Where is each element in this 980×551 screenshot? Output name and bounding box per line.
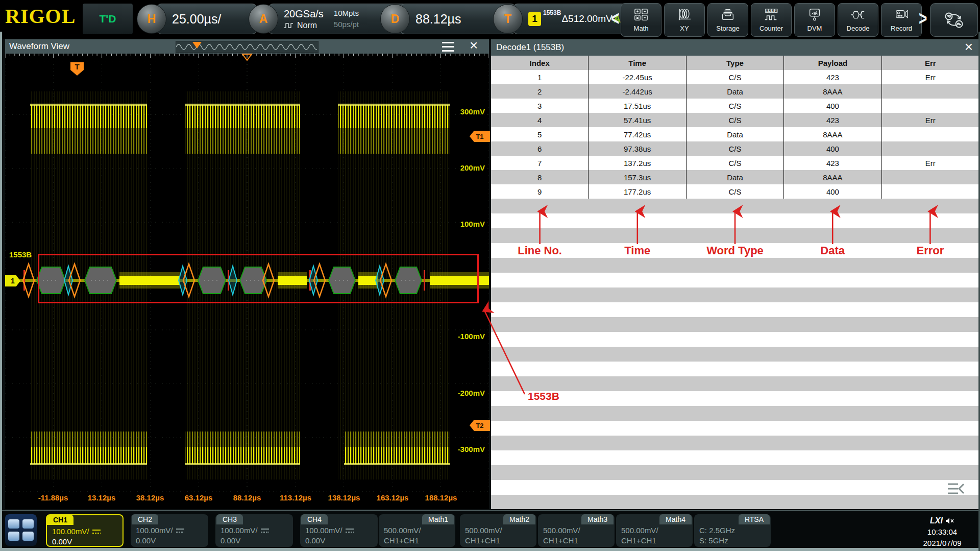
table-cell	[882, 127, 979, 141]
annotation-label-word-type: Word Type	[706, 244, 764, 257]
collapse-panel-icon[interactable]	[947, 482, 965, 498]
table-row[interactable]: 317.51usC/S400	[491, 99, 979, 113]
toolbar-button-label: Record	[891, 25, 912, 32]
toolbar-scroll-right[interactable]: >	[919, 7, 927, 30]
toolbar-button-storage[interactable]: Storage	[707, 3, 748, 37]
column-header-type: Type	[687, 56, 784, 70]
decode-icon	[850, 8, 866, 23]
horizontal-timebase-group[interactable]: H 25.00µs/	[137, 3, 257, 35]
memory-depth: 10Mpts	[334, 8, 359, 19]
table-row[interactable]: 9177.2usC/S400	[491, 184, 979, 199]
dvm-icon	[807, 8, 822, 23]
channel-block-ch4[interactable]: CH4100.00mV/0.00V	[300, 514, 378, 547]
rtsa-center-freq: C: 2.5GHz	[699, 525, 735, 536]
waveform-menu-icon[interactable]	[442, 42, 454, 52]
timebase-value-panel[interactable]: 25.00µs/	[156, 4, 257, 34]
table-cell: 77.42us	[589, 127, 686, 141]
channel-tab: CH3	[216, 514, 243, 524]
table-cell: 177.2us	[589, 184, 686, 199]
table-cell	[882, 170, 979, 184]
decode-table-header: IndexTimeTypePayloadErr	[491, 56, 979, 70]
rtsa-block[interactable]: RTSAC: 2.5GHzS: 5GHz	[694, 514, 771, 547]
toolbar-button-math[interactable]: Math	[621, 3, 662, 37]
system-status: LXI 10:33:04 2021/07/09	[912, 515, 973, 549]
annotation-label-error: Error	[916, 244, 944, 257]
toolbar-button-counter[interactable]: 1234Counter	[751, 3, 792, 37]
menu-grid-button[interactable]	[5, 514, 37, 546]
trigger-knob-button[interactable]: T	[493, 4, 523, 34]
table-cell: 3	[491, 99, 589, 113]
menu-grid-icon	[8, 519, 19, 529]
top-status-bar: RIGOL T'D H 25.00µs/ A 20GSa/s Norm 10Mp…	[0, 0, 980, 39]
svg-text:4: 4	[775, 9, 777, 12]
horizontal-knob-button[interactable]: H	[137, 4, 166, 34]
toolbar-button-decode[interactable]: Decode	[838, 3, 878, 37]
voltage-label: -300mV	[458, 445, 485, 453]
toolbar-button-label: XY	[680, 25, 689, 32]
table-cell: -2.442us	[589, 84, 686, 99]
waveform-close-icon[interactable]: ×	[470, 38, 478, 53]
table-row[interactable]: 2-2.442usData8AAA	[491, 84, 979, 99]
storage-icon	[720, 8, 736, 23]
voltage-label: -100mV	[458, 332, 485, 341]
math-scale: 500.00mV/	[621, 525, 658, 536]
toolbar-button-xy[interactable]: XY	[664, 3, 705, 37]
annotation-label-data: Data	[820, 244, 845, 257]
table-row[interactable]: 8157.3usData8AAA	[491, 170, 979, 184]
toolbar-button-dvm[interactable]: DVM	[794, 3, 835, 37]
math-block-math4[interactable]: Math4500.00mV/CH1+CH1	[616, 514, 693, 547]
math-block-math3[interactable]: Math3500.00mV/CH1+CH1	[538, 514, 615, 547]
timebase-overview-strip[interactable]	[176, 41, 318, 53]
channel-offset: 0.00V	[136, 536, 184, 546]
table-cell	[882, 184, 979, 199]
toolbar-scroll-left[interactable]: <	[611, 7, 619, 30]
channel-scale: 100.00mV/	[220, 525, 269, 536]
channel-block-ch2[interactable]: CH2100.00mV/0.00V	[131, 514, 208, 547]
channel-block-ch3[interactable]: CH3100.00mV/0.00V	[215, 514, 293, 547]
acquire-knob-button[interactable]: A	[249, 4, 278, 34]
table-cell	[882, 84, 979, 99]
math-source: CH1+CH1	[384, 536, 421, 546]
math-source: CH1+CH1	[465, 536, 502, 546]
table-row[interactable]: 457.41usC/S423Err	[491, 113, 979, 127]
toolbar-button-label: Storage	[716, 25, 740, 32]
annotation-label-time: Time	[624, 244, 650, 257]
time-label: 63.12µs	[185, 493, 213, 502]
overview-position-marker[interactable]	[176, 41, 317, 52]
background-stripe	[491, 317, 979, 332]
math-tab: Math3	[581, 514, 614, 524]
channel-scale: 100.00mV/	[136, 525, 184, 536]
channel-block-ch1[interactable]: CH1100.00mV/0.00V	[46, 514, 124, 547]
math-source: CH1+CH1	[543, 536, 580, 546]
trigger-source-badge: 1	[528, 12, 541, 26]
table-row[interactable]: 577.42usData8AAA	[491, 127, 979, 141]
trigger-status-indicator: T'D	[83, 4, 133, 34]
channel-tab: CH2	[132, 514, 158, 524]
decode-panel: Decode1 (1553B) × IndexTimeTypePayloadEr…	[491, 39, 979, 509]
annotation-callout-1553b: 1553B	[528, 390, 559, 402]
delay-knob-button[interactable]: D	[380, 4, 410, 34]
table-cell: Err	[882, 156, 979, 170]
bus-decode-label: 1553B	[9, 250, 32, 259]
math-block-math2[interactable]: Math2500.00mV/CH1+CH1	[460, 514, 536, 547]
math-block-math1[interactable]: Math1500.00mV/CH1+CH1	[379, 514, 455, 547]
background-stripe	[491, 436, 979, 450]
toolbar-button-record[interactable]: Record	[881, 3, 922, 37]
channel-scale: 100.00mV/	[52, 526, 101, 537]
time-label: 113.12µs	[280, 493, 311, 502]
decode-close-icon[interactable]: ×	[965, 39, 973, 55]
voltage-label: 300mV	[460, 107, 485, 116]
decode-title: Decode1 (1553B)	[496, 42, 564, 53]
table-row[interactable]: 1-22.45usC/S423Err	[491, 70, 979, 84]
bezel-bottom	[0, 548, 980, 551]
table-cell: 7	[491, 156, 589, 170]
table-row[interactable]: 697.38usC/S400	[491, 141, 979, 156]
table-cell: -22.45us	[589, 70, 686, 84]
table-cell: Data	[687, 170, 784, 184]
auto-setup-button[interactable]	[930, 3, 978, 37]
channel-tab: CH4	[301, 514, 328, 524]
table-row[interactable]: 7137.2usC/S423Err	[491, 156, 979, 170]
table-cell: 423	[784, 156, 881, 170]
channel-values: 100.00mV/0.00V	[220, 525, 269, 546]
channel-values: 100.00mV/0.00V	[305, 525, 354, 546]
